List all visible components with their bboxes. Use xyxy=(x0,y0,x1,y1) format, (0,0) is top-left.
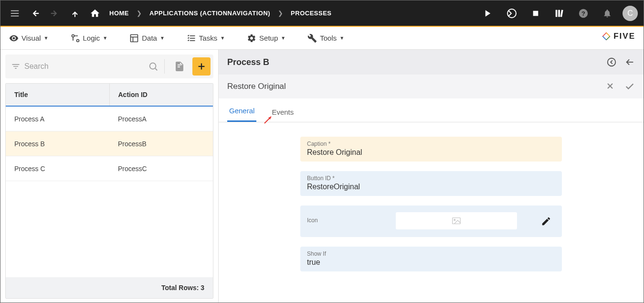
stop-icon[interactable] xyxy=(527,5,544,22)
field-icon[interactable]: Icon xyxy=(300,206,562,237)
svg-text:?: ? xyxy=(581,10,585,17)
play-icon[interactable] xyxy=(479,5,496,22)
menu-label: Tools xyxy=(320,34,337,42)
table-row[interactable]: Process B ProcessB xyxy=(6,131,213,156)
tabs: General Events xyxy=(219,98,644,122)
svg-rect-16 xyxy=(131,34,138,42)
breadcrumb-applications[interactable]: APPLICATIONS (ACTIONNAVIGATION) xyxy=(147,10,273,17)
svg-rect-34 xyxy=(453,218,461,224)
add-button[interactable] xyxy=(192,57,211,76)
cell-action-id: ProcessC xyxy=(109,156,213,181)
cell-title: Process A xyxy=(6,107,109,131)
svg-rect-11 xyxy=(560,10,563,17)
topbar: HOME ❯ APPLICATIONS (ACTIONNAVIGATION) ❯… xyxy=(0,0,644,27)
forward-arrow-icon[interactable] xyxy=(46,5,63,22)
menu-visual[interactable]: Visual▼ xyxy=(5,31,53,46)
menu-logic[interactable]: Logic▼ xyxy=(67,31,112,46)
back-icon[interactable] xyxy=(624,57,635,67)
field-show-if[interactable]: Show If xyxy=(300,247,562,271)
check-icon[interactable] xyxy=(624,81,635,92)
logo-text: FIVE xyxy=(613,32,635,41)
chevron-down-icon: ▼ xyxy=(103,35,107,41)
caption-input[interactable] xyxy=(307,148,555,157)
edit-pencil-icon[interactable] xyxy=(541,216,551,227)
search-icon[interactable] xyxy=(148,61,158,72)
close-icon[interactable] xyxy=(605,81,615,91)
search-input[interactable] xyxy=(24,62,144,71)
menu-setup[interactable]: Setup▼ xyxy=(243,31,289,46)
svg-point-15 xyxy=(76,39,79,42)
cell-action-id: ProcessA xyxy=(109,107,213,131)
field-label: Show If xyxy=(307,250,555,257)
filter-icon[interactable] xyxy=(11,62,21,71)
field-label: Button ID * xyxy=(307,175,555,182)
hamburger-icon[interactable] xyxy=(6,5,23,22)
home-icon[interactable] xyxy=(86,5,104,22)
brand-logo: FIVE xyxy=(602,32,635,41)
chevron-down-icon: ▼ xyxy=(44,35,49,41)
topbar-left: HOME ❯ APPLICATIONS (ACTIONNAVIGATION) ❯… xyxy=(6,5,479,22)
library-icon[interactable] xyxy=(551,5,568,22)
right-panel: Process B Restore Original General Event… xyxy=(218,50,644,303)
svg-marker-6 xyxy=(486,10,491,17)
icon-preview xyxy=(396,212,517,229)
table-row[interactable]: Process A ProcessA xyxy=(6,107,213,131)
breadcrumb-processes[interactable]: PROCESSES xyxy=(288,10,334,17)
svg-marker-24 xyxy=(606,36,610,40)
help-icon[interactable]: ? xyxy=(575,5,592,22)
menu-label: Data xyxy=(142,34,157,42)
detail-sub-header: Restore Original xyxy=(219,75,644,98)
svg-point-30 xyxy=(608,58,616,66)
menu-label: Visual xyxy=(21,34,41,42)
col-action-id[interactable]: Action ID xyxy=(110,84,213,106)
menu-label: Tasks xyxy=(199,34,217,42)
workspace: Title Action ID Process A ProcessA Proce… xyxy=(0,50,644,303)
chevron-down-icon: ▼ xyxy=(281,35,285,41)
undo-circle-icon[interactable] xyxy=(606,57,617,67)
svg-rect-8 xyxy=(533,11,538,16)
detail-header: Process B xyxy=(219,50,644,75)
menu-tasks[interactable]: Tasks▼ xyxy=(183,31,229,46)
detail-subtitle: Restore Original xyxy=(227,82,286,91)
avatar[interactable]: C xyxy=(623,6,638,21)
document-button[interactable] xyxy=(170,57,189,76)
field-label: Icon xyxy=(307,217,318,224)
table-footer: Total Rows: 3 xyxy=(6,277,213,298)
up-arrow-icon[interactable] xyxy=(66,5,84,22)
col-title[interactable]: Title xyxy=(6,84,110,106)
tab-general[interactable]: General xyxy=(227,101,256,122)
logo-mark-icon xyxy=(602,32,611,41)
field-button-id[interactable]: Button ID * xyxy=(300,171,562,196)
menu-tools[interactable]: Tools▼ xyxy=(304,31,348,46)
breadcrumb-home[interactable]: HOME xyxy=(106,10,132,17)
svg-rect-9 xyxy=(556,10,558,17)
show-if-input[interactable] xyxy=(307,258,555,267)
chevron-right-icon: ❯ xyxy=(276,10,285,17)
button-id-input[interactable] xyxy=(307,183,555,191)
chevron-down-icon: ▼ xyxy=(160,35,165,41)
form-area: Caption * Button ID * Icon Show If xyxy=(219,122,644,271)
bell-icon[interactable] xyxy=(599,5,616,22)
back-arrow-icon[interactable] xyxy=(26,5,43,22)
field-caption[interactable]: Caption * xyxy=(300,137,562,162)
svg-marker-23 xyxy=(606,33,610,37)
menu-data[interactable]: Data▼ xyxy=(126,31,169,46)
svg-line-27 xyxy=(155,68,157,70)
detail-title: Process B xyxy=(227,57,269,67)
svg-rect-10 xyxy=(558,10,560,17)
table-row[interactable]: Process C ProcessC xyxy=(6,156,213,181)
run-arrow-icon[interactable] xyxy=(503,5,520,22)
search-row xyxy=(5,54,213,78)
cell-title: Process C xyxy=(6,156,109,181)
image-placeholder-icon xyxy=(451,216,462,226)
avatar-letter: C xyxy=(627,9,633,18)
tab-events[interactable]: Events xyxy=(270,102,296,122)
cell-action-id: ProcessB xyxy=(109,131,213,156)
svg-marker-22 xyxy=(603,33,610,40)
field-label: Caption * xyxy=(307,141,555,147)
svg-point-14 xyxy=(72,34,74,37)
topbar-right: ? C xyxy=(479,5,638,22)
svg-point-35 xyxy=(454,219,455,221)
left-panel: Title Action ID Process A ProcessA Proce… xyxy=(0,50,218,303)
chevron-right-icon: ❯ xyxy=(135,10,144,17)
